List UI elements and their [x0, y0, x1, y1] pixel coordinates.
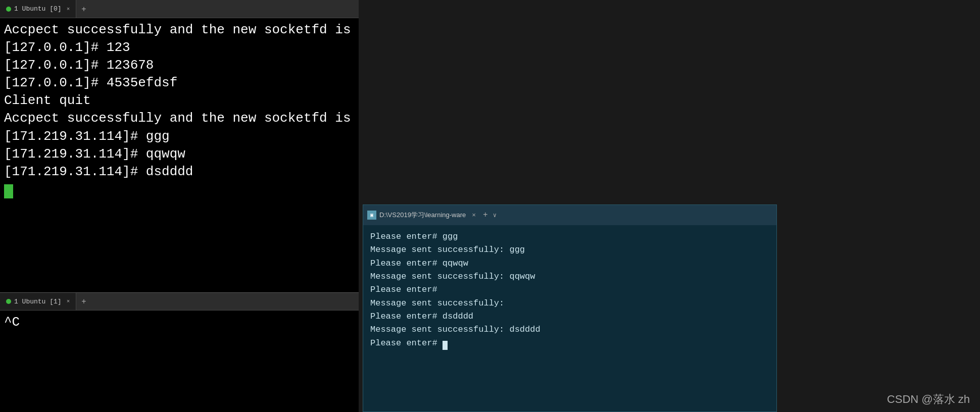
vs-tab-label[interactable]: D:\VS2019学习\learning-ware: [379, 211, 466, 220]
vs-terminal-line: Please enter# ggg: [370, 230, 769, 243]
vs-terminal-line: Message sent successfully: dsdddd: [370, 323, 769, 336]
terminal-line: Client quit: [4, 92, 355, 110]
vs-titlebar: ▣ D:\VS2019学习\learning-ware × + ∨: [363, 205, 776, 225]
terminal-line: [127.0.0.1]# 123678: [4, 57, 355, 74]
vs-window: ▣ D:\VS2019学习\learning-ware × + ∨ Please…: [363, 204, 777, 412]
tab-bar-top: 1 Ubuntu [0] × +: [0, 0, 359, 18]
tab-close-icon-1[interactable]: ×: [67, 298, 70, 304]
vs-tab-plus-icon[interactable]: +: [483, 211, 488, 220]
terminal-line: ^C: [4, 314, 355, 332]
tab-ubuntu-0[interactable]: 1 Ubuntu [0] ×: [0, 0, 76, 18]
watermark: CSDN @落水 zh: [887, 392, 970, 407]
vs-terminal-line: Message sent successfully: ggg: [370, 243, 769, 256]
vs-terminal-line: Message sent successfully: qqwqw: [370, 270, 769, 283]
terminal-line: [171.219.31.114]# qqwqw: [4, 145, 355, 163]
vs-chevron-icon[interactable]: ∨: [493, 212, 497, 219]
tab-ubuntu-1[interactable]: 1 Ubuntu [1] ×: [0, 293, 76, 310]
vs-terminal-line: Please enter#: [370, 283, 769, 296]
tab-dot-1: [6, 299, 11, 304]
vs-terminal-line: Please enter#: [370, 337, 769, 350]
terminal-line: [171.219.31.114]# ggg: [4, 128, 355, 145]
vs-terminal-line: Message sent successfully:: [370, 297, 769, 310]
vs-cursor: [443, 341, 448, 350]
terminal-cursor-line: [4, 181, 355, 198]
tab-add-button[interactable]: +: [76, 5, 91, 14]
tab-label-1: 1 Ubuntu [1]: [14, 298, 62, 305]
tab-dot: [6, 7, 11, 12]
terminal-top: Accpect successfully and the new socketf…: [0, 18, 359, 292]
terminal-line: Accpect successfully and the new socketf…: [4, 21, 355, 39]
terminal-bottom: ^C: [0, 311, 359, 412]
tab-bar-bottom: 1 Ubuntu [1] × +: [0, 292, 359, 311]
tab-label: 1 Ubuntu [0]: [14, 5, 62, 13]
terminal-line: [171.219.31.114]# dsdddd: [4, 163, 355, 181]
vs-tab-icon: ▣: [367, 211, 376, 220]
terminal-line: [127.0.0.1]# 4535efdsf: [4, 74, 355, 92]
vs-terminal-content: Please enter# gggMessage sent successful…: [363, 225, 776, 411]
tab-close-icon[interactable]: ×: [67, 6, 70, 12]
terminal-line: [127.0.0.1]# 123: [4, 39, 355, 57]
vs-terminal-line: Please enter# dsdddd: [370, 310, 769, 323]
tab-add-button-1[interactable]: +: [76, 297, 91, 306]
vs-window-close-icon[interactable]: ×: [472, 212, 476, 219]
terminal-line: Accpect successfully and the new socketf…: [4, 110, 355, 127]
terminal-left-panel: 1 Ubuntu [0] × + Accpect successfully an…: [0, 0, 359, 412]
vs-terminal-line: Please enter# qqwqw: [370, 257, 769, 270]
terminal-cursor: [4, 184, 13, 198]
